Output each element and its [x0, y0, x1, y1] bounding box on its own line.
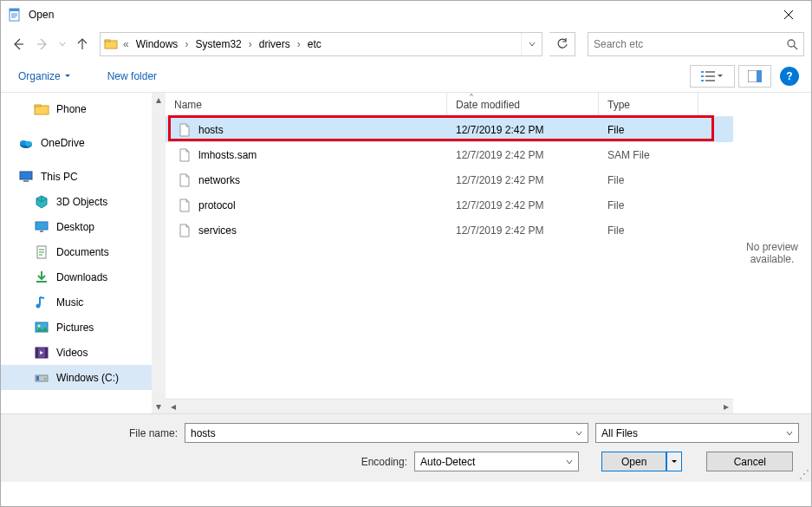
file-row[interactable]: hosts12/7/2019 2:42 PMFile	[166, 117, 733, 142]
bottom-panel: File name: All Files Encoding: Auto-Dete…	[1, 413, 811, 482]
filetype-filter[interactable]: All Files	[595, 423, 799, 443]
sidebar-item-phone[interactable]: Phone	[1, 96, 166, 121]
folder-icon	[101, 37, 121, 51]
file-list-body[interactable]: hosts12/7/2019 2:42 PMFilelmhosts.sam12/…	[166, 117, 733, 399]
sidebar-item-documents[interactable]: Documents	[1, 239, 166, 264]
svg-rect-43	[36, 376, 39, 380]
file-date: 12/7/2019 2:42 PM	[447, 224, 599, 237]
notepad-icon	[8, 8, 22, 22]
3dobjects-icon	[34, 194, 49, 210]
sidebar-item-label: Windows (C:)	[56, 372, 119, 384]
column-name[interactable]: Name˄	[166, 93, 447, 116]
file-name: hosts	[198, 124, 224, 136]
svg-rect-28	[23, 180, 29, 182]
sidebar-item-windows-c-[interactable]: Windows (C:)	[1, 365, 166, 390]
breadcrumb-segment[interactable]: Windows	[131, 38, 184, 50]
new-folder-button[interactable]: New folder	[102, 67, 162, 86]
sidebar-item-label: Pictures	[56, 322, 94, 334]
sidebar-item-videos[interactable]: Videos	[1, 340, 166, 365]
file-row[interactable]: lmhosts.sam12/7/2019 2:42 PMSAM File	[166, 142, 733, 167]
sidebar-item-desktop[interactable]: Desktop	[1, 214, 166, 239]
drive-icon	[34, 370, 49, 386]
filter-value: All Files	[601, 427, 638, 439]
breadcrumb-overflow[interactable]: «	[121, 38, 131, 50]
file-row[interactable]: networks12/7/2019 2:42 PMFile	[166, 167, 733, 192]
file-date: 12/7/2019 2:42 PM	[447, 199, 599, 211]
open-button-main[interactable]: Open	[601, 452, 666, 471]
file-list: Name˄ Date modified Type hosts12/7/2019 …	[166, 93, 733, 413]
nav-row: « Windows › System32 › drivers › etc	[1, 29, 811, 60]
back-button[interactable]	[8, 32, 29, 56]
encoding-dropdown[interactable]	[561, 458, 573, 465]
open-button[interactable]: Open	[601, 452, 682, 471]
view-mode-button[interactable]	[690, 65, 735, 88]
svg-point-38	[38, 324, 41, 327]
breadcrumb-dropdown[interactable]	[521, 33, 542, 55]
chevron-down-icon	[717, 73, 724, 80]
svg-rect-21	[757, 70, 762, 82]
chevron-right-icon[interactable]: ›	[296, 38, 302, 50]
file-row[interactable]: services12/7/2019 2:42 PMFile	[166, 218, 733, 243]
preview-text: No preview available.	[737, 241, 808, 265]
svg-rect-30	[40, 231, 43, 232]
details-view-icon	[701, 70, 715, 82]
filename-field[interactable]	[191, 427, 570, 439]
search-box[interactable]	[588, 32, 804, 56]
scroll-right-icon[interactable]: ▸	[718, 400, 733, 414]
file-icon	[178, 173, 192, 187]
close-button[interactable]	[769, 3, 808, 27]
scroll-down-icon[interactable]: ▾	[152, 400, 166, 413]
filename-input[interactable]	[185, 423, 588, 443]
svg-rect-41	[45, 348, 48, 358]
preview-pane-button[interactable]	[738, 65, 771, 88]
refresh-button[interactable]	[549, 32, 575, 56]
sidebar-item-label: This PC	[41, 171, 78, 183]
sidebar-item-3d-objects[interactable]: 3D Objects	[1, 189, 166, 214]
help-button[interactable]: ?	[780, 67, 799, 86]
sidebar-item-label: Phone	[56, 103, 87, 115]
chevron-right-icon[interactable]: ›	[247, 38, 254, 50]
encoding-select[interactable]: Auto-Detect	[414, 452, 579, 471]
music-icon	[34, 295, 49, 310]
up-button[interactable]	[72, 32, 93, 56]
search-input[interactable]	[594, 38, 786, 50]
file-date: 12/7/2019 2:42 PM	[447, 149, 599, 161]
sidebar-item-onedrive[interactable]: OneDrive	[1, 130, 166, 155]
titlebar: Open	[1, 1, 811, 29]
main-area: PhoneOneDriveThis PC3D ObjectsDesktopDoc…	[1, 93, 811, 413]
open-button-dropdown[interactable]	[666, 452, 682, 471]
preview-pane: No preview available.	[733, 93, 811, 413]
sidebar-item-pictures[interactable]: Pictures	[1, 315, 166, 340]
svg-rect-1	[10, 9, 19, 11]
forward-button[interactable]	[32, 32, 53, 56]
horizontal-scrollbar[interactable]: ◂ ▸	[166, 399, 733, 413]
encoding-value: Auto-Detect	[420, 456, 475, 468]
svg-rect-14	[701, 71, 704, 73]
column-type[interactable]: Type	[599, 93, 698, 116]
breadcrumb[interactable]: « Windows › System32 › drivers › etc	[100, 32, 542, 56]
breadcrumb-segment[interactable]: drivers	[254, 38, 296, 50]
cancel-button[interactable]: Cancel	[706, 452, 793, 471]
organize-button[interactable]: Organize	[13, 67, 76, 86]
sidebar: PhoneOneDriveThis PC3D ObjectsDesktopDoc…	[1, 93, 166, 413]
file-icon	[178, 198, 192, 212]
breadcrumb-segment[interactable]: System32	[190, 38, 246, 50]
documents-icon	[34, 244, 49, 260]
sidebar-item-this-pc[interactable]: This PC	[1, 164, 166, 189]
file-type: File	[599, 174, 698, 186]
resize-grip-icon[interactable]: ⋰	[799, 468, 809, 480]
breadcrumb-segment[interactable]: etc	[302, 38, 327, 50]
sidebar-item-music[interactable]: Music	[1, 289, 166, 315]
filename-dropdown[interactable]	[570, 430, 582, 437]
recent-dropdown[interactable]	[56, 32, 68, 56]
sidebar-scrollbar[interactable]: ▴ ▾	[152, 93, 166, 413]
onedrive-icon	[18, 135, 34, 151]
filter-dropdown[interactable]	[781, 430, 793, 437]
scroll-up-icon[interactable]: ▴	[152, 93, 166, 107]
svg-rect-17	[705, 75, 715, 77]
file-row[interactable]: protocol12/7/2019 2:42 PMFile	[166, 192, 733, 218]
chevron-right-icon[interactable]: ›	[183, 38, 190, 50]
sidebar-item-downloads[interactable]: Downloads	[1, 264, 166, 289]
downloads-icon	[34, 270, 49, 285]
scroll-left-icon[interactable]: ◂	[166, 400, 180, 414]
